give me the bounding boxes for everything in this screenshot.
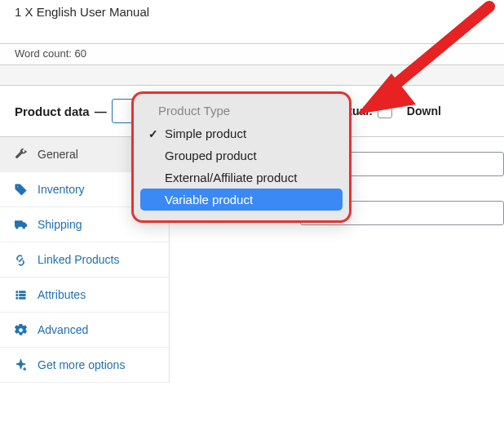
wordcount-bar: Word count: 60 <box>0 44 504 65</box>
downloadable-label: Downl <box>407 104 441 118</box>
list-icon <box>13 287 28 302</box>
tag-icon <box>13 182 28 197</box>
link-icon <box>13 252 28 267</box>
dropdown-option-label: Simple product <box>165 127 246 140</box>
dropdown-option-grouped[interactable]: Grouped product <box>140 144 343 166</box>
wordcount-label: Word count: 60 <box>15 47 86 60</box>
sidebar-item-get-more-options[interactable]: Get more options <box>0 348 169 383</box>
sidebar-item-label: Shipping <box>38 218 82 231</box>
product-data-title: Product data <box>15 104 90 118</box>
sidebar-item-label: Inventory <box>38 183 85 196</box>
dropdown-heading: Product Type <box>140 102 343 122</box>
dropdown-option-variable[interactable]: Variable product <box>140 189 343 211</box>
sidebar-item-label: General <box>38 148 78 161</box>
truck-icon <box>13 217 28 232</box>
check-icon: ✓ <box>147 127 160 140</box>
sidebar-item-label: Get more options <box>38 358 125 371</box>
virtual-checkbox[interactable] <box>378 104 392 118</box>
panel-gap <box>0 65 504 85</box>
sidebar-item-advanced[interactable]: Advanced <box>0 313 169 348</box>
description-area: 1 X English User Manual <box>0 0 504 44</box>
dropdown-option-label: External/Affiliate product <box>165 171 297 184</box>
dropdown-option-external[interactable]: External/Affiliate product <box>140 166 343 189</box>
dropdown-option-label: Grouped product <box>165 149 257 162</box>
sidebar-item-attributes[interactable]: Attributes <box>0 278 169 313</box>
product-type-dropdown: Product Type ✓ Simple product Grouped pr… <box>131 91 351 223</box>
sidebar-item-label: Linked Products <box>38 253 119 266</box>
product-data-dash: — <box>95 104 107 118</box>
wrench-icon <box>13 147 28 162</box>
sidebar-item-linked-products[interactable]: Linked Products <box>0 242 169 278</box>
sparkle-icon <box>13 357 28 372</box>
sidebar-item-label: Advanced <box>38 323 88 336</box>
sidebar-item-label: Attributes <box>38 288 86 301</box>
gear-icon <box>13 322 28 337</box>
dropdown-option-label: Variable product <box>165 193 253 206</box>
dropdown-option-simple[interactable]: ✓ Simple product <box>140 122 343 144</box>
description-text: 1 X English User Manual <box>15 5 149 19</box>
